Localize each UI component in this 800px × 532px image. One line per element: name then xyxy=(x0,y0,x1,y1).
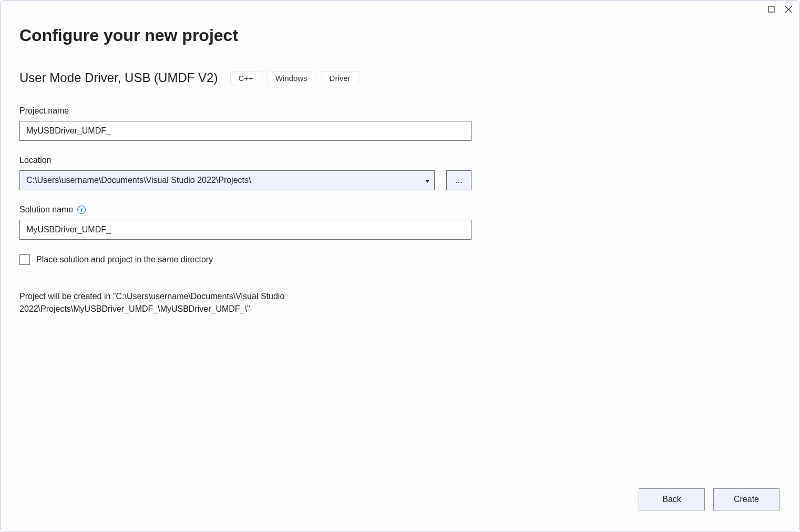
location-row: ... xyxy=(19,170,471,190)
maximize-button[interactable] xyxy=(768,6,775,13)
svg-rect-0 xyxy=(768,6,774,12)
tag-cpp: C++ xyxy=(230,71,261,85)
same-directory-row: Place solution and project in the same d… xyxy=(19,254,781,265)
info-icon[interactable]: i xyxy=(77,206,86,214)
template-tags: C++ Windows Driver xyxy=(230,71,358,85)
page-title: Configure your new project xyxy=(19,26,781,45)
dialog-window: Configure your new project User Mode Dri… xyxy=(0,0,800,532)
solution-name-label: Solution name xyxy=(19,205,73,214)
same-directory-label: Place solution and project in the same d… xyxy=(36,255,213,264)
location-combo-wrap xyxy=(19,170,435,190)
maximize-icon xyxy=(768,6,775,13)
location-label: Location xyxy=(19,156,471,165)
footer: Back Create xyxy=(19,488,781,513)
same-directory-checkbox[interactable] xyxy=(19,254,30,265)
solution-name-input[interactable] xyxy=(19,220,471,240)
project-name-group: Project name xyxy=(19,106,471,141)
close-button[interactable] xyxy=(785,6,792,13)
location-group: Location ... xyxy=(19,156,471,190)
template-row: User Mode Driver, USB (UMDF V2) C++ Wind… xyxy=(19,70,781,85)
content-area: Configure your new project User Mode Dri… xyxy=(1,1,799,531)
project-name-label: Project name xyxy=(19,106,471,116)
location-input[interactable] xyxy=(19,170,435,190)
tag-driver: Driver xyxy=(322,71,358,85)
title-bar xyxy=(768,6,792,13)
tag-windows: Windows xyxy=(268,71,315,85)
solution-name-label-row: Solution name i xyxy=(19,205,471,214)
solution-name-group: Solution name i xyxy=(19,205,471,240)
browse-button[interactable]: ... xyxy=(446,170,471,190)
project-name-input[interactable] xyxy=(19,121,471,141)
back-button[interactable]: Back xyxy=(639,488,705,510)
template-name: User Mode Driver, USB (UMDF V2) xyxy=(19,70,218,85)
path-preview: Project will be created in "C:\Users\use… xyxy=(19,290,471,315)
create-button[interactable]: Create xyxy=(713,488,780,510)
close-icon xyxy=(785,6,792,13)
